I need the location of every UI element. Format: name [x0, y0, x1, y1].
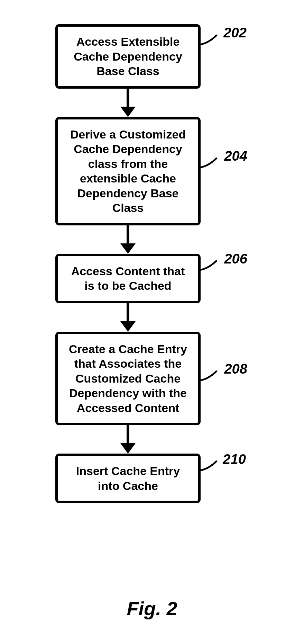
step-text: Derive a Customized Cache Dependency cla…: [70, 128, 186, 215]
flow-arrow: [120, 303, 136, 332]
figure-caption: Fig. 2: [0, 597, 304, 620]
ref-connector: [199, 369, 220, 383]
ref-number: 208: [224, 360, 247, 377]
flow-arrow: [120, 89, 136, 117]
step-text: Create a Cache Entry that Associates the…: [69, 342, 187, 414]
flow-arrow: [120, 225, 136, 254]
flow-arrow: [120, 425, 136, 454]
flowchart: Access Extensible Cache Dependency Base …: [42, 24, 214, 503]
step-text: Insert Cache Entry into Cache: [76, 464, 180, 492]
ref-connector: [199, 459, 220, 473]
ref-number: 204: [224, 147, 247, 164]
flow-step-206: Access Content that is to be Cached 206: [55, 254, 201, 303]
ref-connector: [199, 33, 220, 47]
ref-number: 206: [224, 250, 247, 267]
ref-connector: [199, 156, 220, 170]
ref-number: 202: [223, 24, 247, 41]
flow-step-208: Create a Cache Entry that Associates the…: [55, 332, 201, 426]
flow-step-202: Access Extensible Cache Dependency Base …: [55, 24, 201, 89]
step-text: Access Content that is to be Cached: [71, 265, 185, 293]
step-text: Access Extensible Cache Dependency Base …: [74, 35, 182, 78]
flow-step-204: Derive a Customized Cache Dependency cla…: [55, 117, 201, 225]
ref-number: 210: [223, 450, 246, 468]
flow-step-210: Insert Cache Entry into Cache 210: [55, 454, 201, 503]
ref-connector: [199, 258, 220, 272]
